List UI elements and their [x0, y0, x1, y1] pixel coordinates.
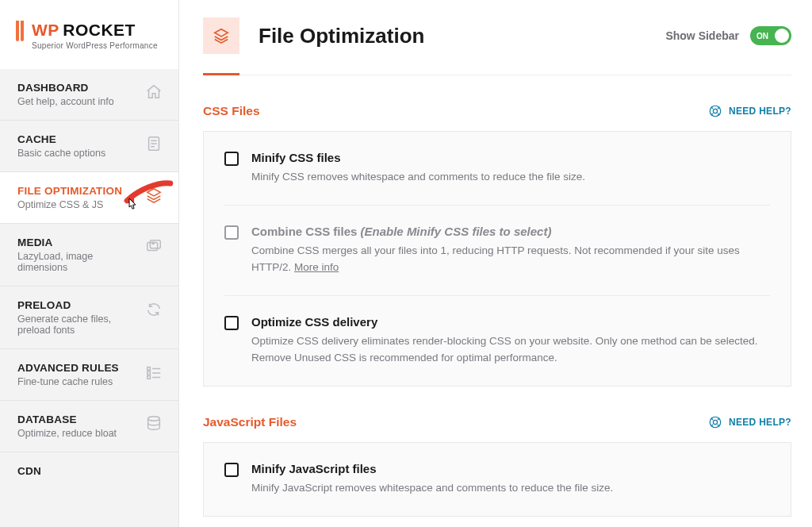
main-content: File Optimization Show Sidebar ON CSS Fi…: [179, 0, 812, 527]
sidebar-item-label: PRELOAD: [17, 299, 140, 311]
option-title: Combine CSS files: [251, 225, 361, 238]
help-label: NEED HELP?: [729, 106, 791, 117]
brand-rocket: ROCKET: [63, 21, 136, 39]
sidebar-item-label: CDN: [17, 465, 41, 477]
section-title-js: JavaScript Files: [203, 415, 297, 429]
svg-point-3: [152, 242, 154, 244]
cursor-icon: [125, 198, 138, 215]
svg-point-7: [148, 417, 160, 421]
setting-optimize-css-delivery: Optimize CSS delivery Optimize CSS deliv…: [224, 296, 770, 386]
sidebar-item-sub: Optimize, reduce bloat: [17, 428, 117, 439]
home-icon: [145, 83, 163, 101]
svg-rect-6: [147, 376, 151, 379]
show-sidebar-label: Show Sidebar: [665, 29, 739, 42]
brand-wp: WP: [32, 21, 59, 39]
sidebar-item-label: DASHBOARD: [17, 82, 114, 94]
sidebar-item-label: DATABASE: [17, 414, 117, 425]
option-desc: Optimize CSS delivery eliminates render-…: [251, 333, 770, 367]
section-title-css: CSS Files: [203, 104, 260, 118]
option-title: Optimize CSS delivery: [251, 315, 377, 329]
list-icon: [145, 364, 163, 381]
svg-point-9: [713, 109, 717, 113]
sidebar-item-cdn[interactable]: CDN: [0, 452, 178, 490]
option-title: Minify CSS files: [251, 151, 341, 164]
css-panel: Minify CSS files Minify CSS removes whit…: [203, 131, 791, 387]
svg-rect-2: [150, 240, 160, 248]
page-header: File Optimization Show Sidebar ON: [203, 17, 791, 75]
sidebar-item-sub: LazyLoad, image dimensions: [17, 251, 140, 273]
sidebar-item-label: CACHE: [17, 133, 105, 145]
need-help-link[interactable]: NEED HELP?: [708, 104, 791, 118]
sidebar-item-advanced-rules[interactable]: ADVANCED RULESFine-tune cache rules: [0, 349, 178, 401]
option-desc: Minify JavaScript removes whitespace and…: [251, 480, 613, 497]
js-panel: Minify JavaScript files Minify JavaScrip…: [203, 442, 791, 517]
checkbox-minify-css[interactable]: [224, 152, 239, 166]
brand-logo: WP ROCKET Superior WordPress Performance: [0, 0, 178, 69]
database-icon: [145, 415, 163, 433]
images-icon: [145, 238, 163, 256]
sidebar-item-sub: Fine-tune cache rules: [17, 376, 119, 387]
svg-rect-4: [147, 367, 151, 371]
setting-minify-css: Minify CSS files Minify CSS removes whit…: [224, 132, 770, 206]
setting-combine-css: Combine CSS files (Enable Minify CSS fil…: [224, 206, 770, 296]
sidebar-item-label: ADVANCED RULES: [17, 362, 119, 374]
rocket-icon: [16, 21, 25, 41]
lifebuoy-icon: [708, 415, 722, 429]
sidebar-item-cache[interactable]: CACHEBasic cache options: [0, 121, 178, 172]
sidebar-item-preload[interactable]: PRELOADGenerate cache files, preload fon…: [0, 287, 178, 349]
page-title: File Optimization: [259, 24, 424, 48]
checkbox-minify-js[interactable]: [224, 463, 239, 477]
setting-minify-js: Minify JavaScript files Minify JavaScrip…: [224, 443, 770, 516]
help-label: NEED HELP?: [729, 417, 791, 428]
checkbox-optimize-css-delivery[interactable]: [224, 316, 239, 330]
checkbox-combine-css: [224, 225, 239, 240]
need-help-link[interactable]: NEED HELP?: [708, 415, 791, 429]
sidebar-item-sub: Basic cache options: [17, 148, 105, 159]
option-hint: (Enable Minify CSS files to select): [361, 225, 552, 238]
sidebar-item-label: FILE OPTIMIZATION: [17, 185, 122, 197]
header-accent: [203, 73, 239, 75]
lifebuoy-icon: [708, 104, 722, 118]
show-sidebar-toggle[interactable]: ON: [750, 26, 791, 45]
sidebar-item-database[interactable]: DATABASEOptimize, reduce bloat: [0, 401, 178, 452]
svg-point-11: [713, 420, 717, 424]
document-icon: [145, 135, 163, 152]
more-info-link[interactable]: More info: [294, 261, 339, 273]
brand-tagline: Superior WordPress Performance: [32, 41, 158, 50]
sidebar-item-media[interactable]: MEDIALazyLoad, image dimensions: [0, 224, 178, 287]
refresh-icon: [145, 301, 163, 318]
sidebar-item-label: MEDIA: [17, 237, 140, 248]
option-desc: Minify CSS removes whitespace and commen…: [251, 169, 585, 186]
sidebar-item-sub: Get help, account info: [17, 96, 114, 107]
sidebar-item-sub: Generate cache files, preload fonts: [17, 314, 140, 336]
layers-icon: [203, 17, 239, 54]
sidebar: WP ROCKET Superior WordPress Performance…: [0, 0, 179, 527]
option-title: Minify JavaScript files: [251, 462, 377, 475]
toggle-on-label: ON: [756, 32, 768, 40]
svg-rect-5: [147, 371, 151, 375]
sidebar-item-file-optimization[interactable]: FILE OPTIMIZATIONOptimize CSS & JS: [0, 172, 178, 224]
sidebar-item-dashboard[interactable]: DASHBOARDGet help, account info: [0, 69, 178, 121]
sidebar-item-sub: Optimize CSS & JS: [17, 199, 122, 210]
